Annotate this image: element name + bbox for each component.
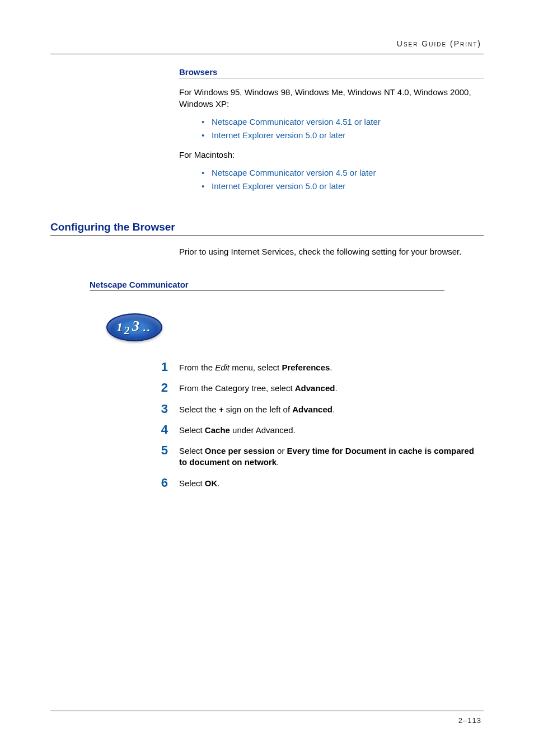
netscape-steps: 1 From the Edit menu, select Preferences…: [157, 360, 484, 489]
step-number: 5: [157, 444, 179, 457]
icon-digit: 2: [124, 325, 130, 337]
icon-ellipsis: ..: [143, 321, 151, 334]
browsers-heading: Browsers: [179, 67, 484, 78]
step-text: Select Cache under Advanced.: [179, 423, 484, 436]
configuring-heading: Configuring the Browser: [50, 221, 484, 236]
page-number: 2–113: [458, 716, 481, 725]
list-item: Internet Explorer version 5.0 or later: [202, 129, 484, 142]
step: 4 Select Cache under Advanced.: [157, 423, 484, 436]
step-text: Select the + sign on the left of Advance…: [179, 402, 484, 415]
step-number: 1: [157, 360, 179, 373]
step: 6 Select OK.: [157, 476, 484, 489]
step-text: From the Category tree, select Advanced.: [179, 381, 484, 394]
step-text: Select Once per session or Every time fo…: [179, 444, 484, 468]
configuring-intro: Prior to using Internet Services, check …: [179, 246, 484, 257]
header-rule: [50, 54, 484, 54]
list-item: Netscape Communicator version 4.5 or lat…: [202, 166, 484, 180]
browsers-mac-intro: For Macintosh:: [179, 149, 484, 161]
step-text: Select OK.: [179, 476, 484, 489]
netscape-section: Netscape Communicator: [90, 280, 484, 291]
list-item: Netscape Communicator version 4.51 or la…: [202, 115, 484, 129]
page-content: Browsers For Windows 95, Windows 98, Win…: [50, 67, 484, 497]
step: 3 Select the + sign on the left of Advan…: [157, 402, 484, 415]
browsers-windows-intro: For Windows 95, Windows 98, Windows Me, …: [179, 86, 484, 110]
browsers-mac-list: Netscape Communicator version 4.5 or lat…: [202, 166, 484, 193]
numbered-steps-icon: 1 2 3 ..: [106, 313, 162, 341]
steps-lozenge-icon: 1 2 3 ..: [106, 313, 484, 344]
step: 1 From the Edit menu, select Preferences…: [157, 360, 484, 373]
icon-digit: 3: [132, 318, 139, 335]
list-item: Internet Explorer version 5.0 or later: [202, 180, 484, 193]
step-number: 6: [157, 476, 179, 489]
step-text: From the Edit menu, select Preferences.: [179, 360, 484, 373]
netscape-heading: Netscape Communicator: [90, 280, 444, 291]
step-number: 2: [157, 381, 179, 394]
document-page: User Guide (Print) Browsers For Windows …: [0, 0, 534, 756]
step: 2 From the Category tree, select Advance…: [157, 381, 484, 394]
footer-rule: [50, 711, 484, 711]
step: 5 Select Once per session or Every time …: [157, 444, 484, 468]
configuring-section: Configuring the Browser Prior to using I…: [50, 221, 484, 257]
icon-digit: 1: [116, 320, 123, 335]
browsers-section: Browsers For Windows 95, Windows 98, Win…: [179, 67, 484, 193]
browsers-windows-list: Netscape Communicator version 4.51 or la…: [202, 115, 484, 142]
running-header: User Guide (Print): [397, 39, 481, 48]
step-number: 4: [157, 423, 179, 436]
step-number: 3: [157, 402, 179, 415]
